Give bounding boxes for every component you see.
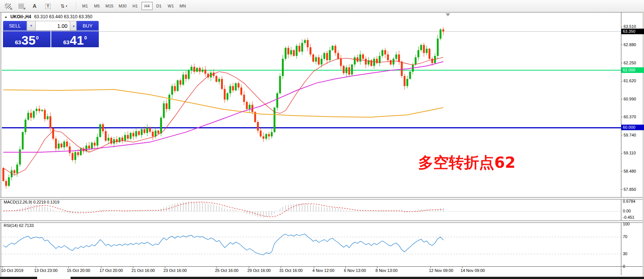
macd-axis-label: 0.6784 [623, 199, 635, 203]
rsi-axis-label: 100 [623, 222, 630, 226]
price-label: 61.620 [624, 78, 636, 83]
price-label: 59.110 [624, 151, 636, 155]
chart-shift-marker-icon[interactable] [446, 13, 450, 16]
time-label: 4 Nov 12:00 [312, 268, 334, 273]
price-label: 60.990 [624, 97, 636, 101]
cursor-tool-icon[interactable]: ⇅ ▾ [56, 1, 72, 11]
time-label: 21 Oct 16:00 [131, 268, 155, 273]
price-tick [621, 135, 622, 135]
timeframe-m15[interactable]: M15 [103, 2, 116, 10]
price-label: 58.480 [624, 169, 636, 173]
time-label: 6 Nov 13:00 [344, 268, 366, 273]
rsi-axis-label: 30 [623, 251, 627, 256]
toolbar-separator [76, 1, 76, 10]
price-tick [621, 117, 622, 117]
macd-axis-label: 0.00 [623, 209, 631, 213]
time-label: 31 Oct 16:00 [279, 268, 303, 273]
chart-annotation-text: 多空转折点62 [418, 153, 515, 173]
time-label: 15 Oct 20:00 [67, 268, 90, 273]
timeframe-h1[interactable]: H1 [130, 2, 141, 10]
timeframe-d1[interactable]: D1 [153, 2, 165, 10]
price-level-badge: 63.350 [621, 29, 644, 34]
rsi-label: RSI(14) 62.7133 [4, 223, 34, 228]
chevron-down-icon: ▾ [66, 4, 67, 8]
bottom-bar-segment [0, 277, 37, 279]
price-tick [621, 189, 622, 190]
time-label: 17 Oct 20:00 [100, 268, 123, 273]
timeframe-m5[interactable]: M5 [91, 2, 103, 10]
timeframe-m30[interactable]: M30 [116, 2, 129, 10]
price-label: 63.510 [624, 24, 636, 29]
price-tick [621, 27, 622, 27]
time-label: 8 Nov 13:00 [375, 268, 397, 273]
grid-tool-sub: F [24, 7, 26, 10]
timeframe-w1[interactable]: W1 [165, 2, 176, 10]
time-label: 29 Oct 16:00 [247, 268, 271, 273]
top-toolbar: E F A T ⇅ ▾ M1M5M15M30H1H4D1W1MN [0, 0, 644, 12]
macd-axis-label: -0.451 [623, 215, 634, 219]
timeframe-h4[interactable]: H4 [142, 2, 153, 10]
channel-tool-sub: E [10, 7, 12, 10]
grid-icon [19, 4, 24, 9]
grid-tool-icon[interactable]: F [16, 1, 27, 11]
rsi-indicator-chart[interactable] [2, 222, 621, 266]
price-level-badge: 62.000 [621, 67, 644, 73]
price-tick [621, 81, 622, 81]
time-label: 10 Oct 2019 [1, 268, 23, 273]
price-tick [621, 99, 622, 99]
time-label: 25 Oct 16:00 [215, 268, 238, 273]
arrows-icon: ⇅ [61, 3, 65, 9]
price-tick [621, 171, 622, 171]
price-label: 62.880 [624, 42, 636, 47]
timeframe-bar: M1M5M15M30H1H4D1W1MN [79, 2, 189, 10]
hatch-icon [5, 3, 11, 9]
window-right-edge [643, 12, 644, 279]
chart-left-border [0, 12, 0, 277]
text-tool-icon[interactable]: A [29, 1, 40, 11]
price-tick [621, 153, 622, 154]
price-label: 60.370 [624, 115, 636, 119]
price-label: 57.850 [624, 187, 636, 192]
mt4-window: E F A T ⇅ ▾ M1M5M15M30H1H4D1W1MN ▲ UKOil… [0, 0, 644, 279]
timeframe-m1[interactable]: M1 [79, 2, 91, 10]
time-label: 23 Oct 16:00 [163, 268, 187, 273]
price-label: 59.740 [624, 133, 636, 137]
bottom-bar-segment [71, 277, 644, 279]
main-price-chart[interactable] [2, 12, 621, 197]
label-tool-icon[interactable]: T [42, 1, 53, 11]
macd-indicator-chart[interactable] [2, 199, 621, 221]
price-axis-border [621, 12, 621, 275]
time-axis-border [0, 266, 644, 267]
rsi-axis-label: 0 [623, 264, 625, 269]
time-label: 12 Nov 09:00 [429, 268, 453, 273]
time-label: 14 Nov 09:00 [461, 268, 485, 273]
chart-left-border-inner [1, 12, 1, 277]
channel-tool-icon[interactable]: E [2, 1, 13, 11]
price-label: 62.250 [624, 61, 636, 65]
price-tick [621, 63, 622, 63]
price-level-badge: 60.000 [621, 125, 644, 130]
time-label: 13 Oct 23:00 [34, 268, 58, 273]
rsi-axis-label: 70 [623, 234, 627, 239]
timeframe-mn[interactable]: MN [177, 2, 188, 10]
price-tick [621, 45, 622, 45]
macd-label: MACD(12,26,9) 0.2219 0.1319 [4, 200, 59, 204]
